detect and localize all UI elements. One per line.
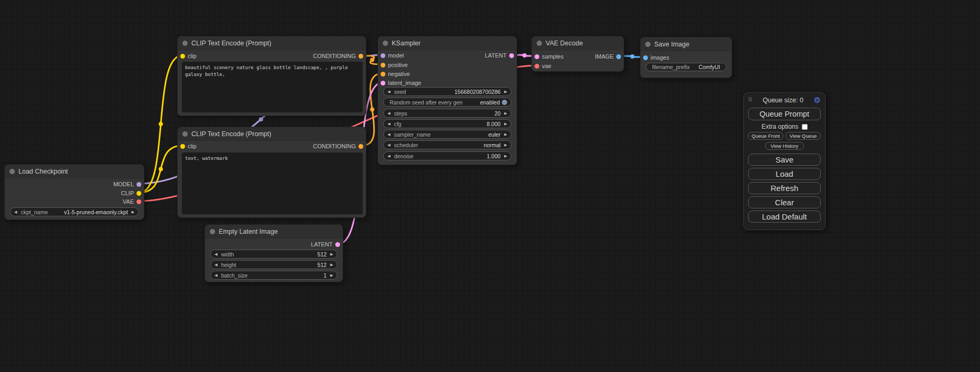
- node-clip-text-encode-positive[interactable]: CLIP Text Encode (Prompt) clip CONDITION…: [177, 36, 366, 116]
- widget-seed[interactable]: ◀ seed 156680208700286 ▶: [383, 87, 511, 96]
- input-slot-samples[interactable]: samples: [532, 53, 564, 60]
- model-slot-dot[interactable]: [137, 182, 141, 187]
- input-slot-images[interactable]: images: [641, 54, 669, 61]
- increment-arrow-icon[interactable]: ▶: [504, 90, 507, 93]
- widget-steps[interactable]: ◀ steps 20 ▶: [383, 109, 511, 118]
- node-collapse-dot-icon[interactable]: [383, 41, 388, 46]
- output-slot-conditioning[interactable]: CONDITIONING: [313, 52, 366, 60]
- increment-arrow-icon[interactable]: ▶: [504, 132, 507, 136]
- view-history-button[interactable]: View History: [765, 142, 804, 150]
- output-slot-conditioning[interactable]: CONDITIONING: [313, 142, 366, 150]
- increment-arrow-icon[interactable]: ▶: [331, 252, 333, 256]
- latent-slot-dot[interactable]: [381, 81, 385, 85]
- image-slot-dot[interactable]: [616, 54, 621, 59]
- node-collapse-dot-icon[interactable]: [537, 41, 542, 46]
- drag-handle-icon[interactable]: ⠿: [748, 97, 752, 103]
- increment-arrow-icon[interactable]: ▶: [331, 263, 333, 266]
- node-ksampler[interactable]: KSampler model LATENT positive negative …: [377, 36, 517, 165]
- widget-random-seed-toggle[interactable]: Random seed after every gen enabled: [383, 98, 511, 107]
- model-slot-dot[interactable]: [381, 53, 385, 58]
- refresh-button[interactable]: Refresh: [748, 182, 821, 194]
- increment-arrow-icon[interactable]: ▶: [504, 122, 507, 126]
- widget-cfg[interactable]: ◀ cfg 8.000 ▶: [383, 119, 511, 128]
- node-title-bar[interactable]: Load Checkpoint: [5, 165, 144, 178]
- input-slot-clip[interactable]: clip: [178, 52, 197, 60]
- output-slot-latent[interactable]: LATENT: [311, 241, 343, 248]
- node-collapse-dot-icon[interactable]: [182, 41, 188, 46]
- conditioning-slot-dot[interactable]: [358, 54, 363, 59]
- node-clip-text-encode-negative[interactable]: CLIP Text Encode (Prompt) clip CONDITION…: [177, 127, 366, 218]
- node-title-bar[interactable]: Empty Latent Image: [205, 225, 343, 239]
- node-title-bar[interactable]: CLIP Text Encode (Prompt): [178, 127, 366, 141]
- widget-sampler-name[interactable]: ◀ sampler_name euler ▶: [383, 130, 511, 139]
- negative-prompt-textarea[interactable]: text, watermark: [182, 152, 363, 214]
- input-slot-negative[interactable]: negative: [378, 70, 410, 78]
- latent-slot-dot[interactable]: [509, 53, 514, 58]
- widget-batch-size[interactable]: ◀ batch_size 1 ▶: [210, 271, 337, 280]
- toggle-dot-icon[interactable]: [502, 100, 507, 105]
- decrement-arrow-icon[interactable]: ◀: [387, 111, 390, 115]
- output-slot-clip[interactable]: CLIP: [121, 189, 144, 197]
- input-slot-vae[interactable]: vae: [532, 62, 551, 70]
- vae-slot-dot[interactable]: [535, 64, 539, 69]
- clip-slot-dot[interactable]: [137, 191, 141, 196]
- node-title-bar[interactable]: CLIP Text Encode (Prompt): [178, 36, 366, 50]
- widget-denoise[interactable]: ◀ denoise 1.000 ▶: [383, 151, 511, 160]
- widget-width[interactable]: ◀ width 512 ▶: [210, 250, 337, 259]
- node-collapse-dot-icon[interactable]: [645, 42, 651, 47]
- node-collapse-dot-icon[interactable]: [210, 229, 215, 234]
- queue-front-button[interactable]: Queue Front: [748, 132, 783, 140]
- widget-ckpt-name[interactable]: ◀ ckpt_name v1-5-pruned-emaonly.ckpt ▶: [10, 207, 139, 216]
- input-slot-positive[interactable]: positive: [378, 61, 407, 69]
- node-collapse-dot-icon[interactable]: [182, 131, 188, 137]
- conditioning-slot-dot[interactable]: [381, 72, 385, 77]
- decrement-arrow-icon[interactable]: ◀: [387, 122, 390, 126]
- node-title-bar[interactable]: Save Image: [641, 37, 732, 51]
- save-button[interactable]: Save: [748, 154, 821, 166]
- node-load-checkpoint[interactable]: Load Checkpoint MODEL CLIP VAE ◀ ckpt_na…: [4, 164, 144, 220]
- output-slot-latent[interactable]: LATENT: [485, 52, 517, 59]
- decrement-arrow-icon[interactable]: ◀: [215, 263, 217, 266]
- node-save-image[interactable]: Save Image images filename_prefix ComfyU…: [640, 37, 732, 78]
- load-default-button[interactable]: Load Default: [748, 211, 821, 223]
- extra-options-checkbox[interactable]: [802, 124, 808, 130]
- clip-slot-dot[interactable]: [180, 144, 185, 149]
- vae-slot-dot[interactable]: [137, 199, 141, 204]
- decrement-arrow-icon[interactable]: ◀: [14, 210, 17, 214]
- output-slot-image[interactable]: IMAGE: [595, 53, 624, 60]
- positive-prompt-textarea[interactable]: beautiful scenery nature glass bottle la…: [182, 62, 363, 112]
- node-vae-decode[interactable]: VAE Decode samples IMAGE vae: [531, 36, 624, 72]
- conditioning-slot-dot[interactable]: [358, 144, 363, 149]
- clear-button[interactable]: Clear: [748, 196, 821, 208]
- increment-arrow-icon[interactable]: ▶: [132, 210, 134, 214]
- view-queue-button[interactable]: View Queue: [785, 132, 821, 140]
- increment-arrow-icon[interactable]: ▶: [504, 154, 507, 158]
- image-slot-dot[interactable]: [643, 55, 648, 60]
- widget-scheduler[interactable]: ◀ scheduler normal ▶: [383, 140, 511, 149]
- node-collapse-dot-icon[interactable]: [9, 169, 15, 174]
- conditioning-slot-dot[interactable]: [381, 63, 385, 68]
- decrement-arrow-icon[interactable]: ◀: [215, 273, 217, 277]
- node-empty-latent-image[interactable]: Empty Latent Image LATENT ◀ width 512 ▶ …: [205, 224, 343, 282]
- input-slot-latent-image[interactable]: latent_image: [378, 79, 421, 87]
- output-slot-model[interactable]: MODEL: [113, 180, 144, 188]
- widget-height[interactable]: ◀ height 512 ▶: [210, 260, 337, 269]
- clip-slot-dot[interactable]: [180, 54, 185, 59]
- decrement-arrow-icon[interactable]: ◀: [215, 252, 217, 256]
- input-slot-model[interactable]: model: [378, 52, 404, 59]
- decrement-arrow-icon[interactable]: ◀: [387, 154, 390, 158]
- input-slot-clip[interactable]: clip: [178, 142, 197, 150]
- node-title-bar[interactable]: VAE Decode: [532, 36, 624, 50]
- latent-slot-dot[interactable]: [335, 242, 340, 247]
- latent-slot-dot[interactable]: [535, 54, 539, 59]
- node-title-bar[interactable]: KSampler: [378, 36, 517, 50]
- settings-gear-icon[interactable]: ⚙: [814, 96, 821, 104]
- increment-arrow-icon[interactable]: ▶: [504, 111, 507, 115]
- queue-prompt-button[interactable]: Queue Prompt: [748, 108, 821, 120]
- output-slot-vae[interactable]: VAE: [123, 198, 144, 205]
- decrement-arrow-icon[interactable]: ◀: [387, 132, 390, 136]
- decrement-arrow-icon[interactable]: ◀: [387, 90, 390, 93]
- increment-arrow-icon[interactable]: ▶: [504, 143, 507, 147]
- load-button[interactable]: Load: [748, 168, 821, 180]
- increment-arrow-icon[interactable]: ▶: [331, 273, 333, 277]
